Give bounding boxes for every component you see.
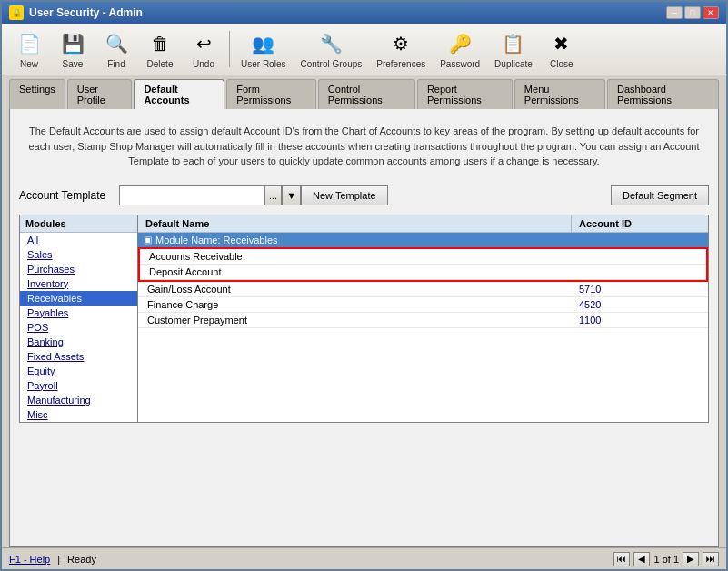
template-dropdown-button[interactable]: ▼ <box>282 185 301 205</box>
modules-header: Modules <box>20 215 137 233</box>
minimize-button[interactable]: ─ <box>666 6 683 19</box>
module-item-misc[interactable]: Misc <box>20 407 137 422</box>
account-name-finance: Finance Charge <box>138 297 572 312</box>
find-button[interactable]: 🔍 Find <box>96 27 136 71</box>
module-item-payroll[interactable]: Payroll <box>20 378 137 393</box>
preferences-icon: ⚙ <box>386 29 415 58</box>
module-item-equity[interactable]: Equity <box>20 364 137 378</box>
preferences-button[interactable]: ⚙ Preferences <box>371 27 431 71</box>
module-item-purchases[interactable]: Purchases <box>20 262 137 276</box>
user-roles-button[interactable]: 👥 User Roles <box>235 27 291 71</box>
tab-default-accounts[interactable]: Default Accounts <box>134 79 224 109</box>
delete-icon: 🗑 <box>145 29 175 58</box>
title-bar: 🔒 User Security - Admin ─ □ ✕ <box>2 2 726 24</box>
module-section-label: Module Name: Receivables <box>155 235 278 245</box>
close-icon: ✖ <box>547 29 576 58</box>
password-button[interactable]: 🔑 Password <box>434 27 485 71</box>
duplicate-label: Duplicate <box>494 59 533 69</box>
module-item-manufacturing[interactable]: Manufacturing <box>20 393 137 407</box>
toolbar: 📄 New 💾 Save 🔍 Find 🗑 Delete ↩ Undo 👥 Us… <box>2 24 726 75</box>
delete-button[interactable]: 🗑 Delete <box>140 27 180 71</box>
duplicate-icon: 📋 <box>499 29 528 58</box>
page-total: 1 <box>673 554 679 565</box>
two-panel-layout: Modules All Sales Purchases Inventory Re… <box>19 215 709 423</box>
tab-settings[interactable]: Settings <box>9 79 65 109</box>
modules-panel: Modules All Sales Purchases Inventory Re… <box>20 215 138 422</box>
account-name-receivable: Accounts Receivable <box>140 249 570 264</box>
account-row-deposit[interactable]: Deposit Account <box>140 265 706 280</box>
account-row-finance[interactable]: Finance Charge 4520 <box>138 297 708 313</box>
module-item-fixed-assets[interactable]: Fixed Assets <box>20 349 137 364</box>
module-item-inventory[interactable]: Inventory <box>20 276 137 291</box>
tab-control-permissions[interactable]: Control Permissions <box>318 79 415 109</box>
header-default-name: Default Name <box>138 215 572 232</box>
info-text: The Default Accounts are used to assign … <box>19 118 709 175</box>
account-name-deposit: Deposit Account <box>140 265 570 279</box>
tab-dashboard-permissions[interactable]: Dashboard Permissions <box>607 79 719 109</box>
save-label: Save <box>63 59 84 69</box>
module-item-sales[interactable]: Sales <box>20 247 137 262</box>
account-row-receivable[interactable]: Accounts Receivable <box>140 249 706 265</box>
nav-last-button[interactable]: ⏭ <box>703 552 719 566</box>
page-info: 1 of 1 <box>653 554 679 565</box>
default-segment-button[interactable]: Default Segment <box>611 185 709 205</box>
template-input[interactable] <box>119 185 264 205</box>
undo-button[interactable]: ↩ Undo <box>184 27 224 71</box>
save-icon: 💾 <box>58 29 87 58</box>
status-text: Ready <box>67 554 96 565</box>
status-separator: | <box>57 554 60 565</box>
undo-icon: ↩ <box>189 29 218 58</box>
control-groups-button[interactable]: 🔧 Control Groups <box>294 27 367 71</box>
window-close-button[interactable]: ✕ <box>703 6 719 19</box>
nav-next-button[interactable]: ▶ <box>683 552 699 566</box>
title-bar-left: 🔒 User Security - Admin <box>9 5 143 20</box>
accounts-header: Default Name Account ID <box>138 215 708 233</box>
nav-prev-button[interactable]: ◀ <box>633 552 650 566</box>
header-account-id: Account ID <box>572 215 708 232</box>
tab-content: The Default Accounts are used to assign … <box>9 109 719 547</box>
preferences-label: Preferences <box>376 59 425 69</box>
module-item-pos[interactable]: POS <box>20 320 137 335</box>
accounts-panel: Default Name Account ID ▣ Module Name: R… <box>138 215 708 422</box>
nav-first-button[interactable]: ⏮ <box>613 552 630 566</box>
account-id-finance: 4520 <box>572 297 708 312</box>
account-name-prepayment: Customer Prepayment <box>138 313 572 327</box>
new-button[interactable]: 📄 New <box>9 27 49 71</box>
status-bar: F1 - Help | Ready ⏮ ◀ 1 of 1 ▶ ⏭ <box>2 547 726 569</box>
template-controls: Account Template ... ▼ New Template Defa… <box>19 185 709 205</box>
account-id-gainloss: 5710 <box>572 282 708 296</box>
new-template-button[interactable]: New Template <box>301 185 388 205</box>
new-label: New <box>20 59 38 69</box>
find-icon: 🔍 <box>102 29 131 58</box>
template-label: Account Template <box>19 189 119 202</box>
find-label: Find <box>107 59 125 69</box>
tab-user-profile[interactable]: User Profile <box>67 79 133 109</box>
highlighted-rows-group: Accounts Receivable Deposit Account <box>138 247 708 282</box>
password-label: Password <box>440 59 480 69</box>
account-name-gainloss: Gain/Loss Account <box>138 282 572 296</box>
close-button[interactable]: ✖ Close <box>542 27 582 71</box>
collapse-icon[interactable]: ▣ <box>144 235 152 245</box>
save-button[interactable]: 💾 Save <box>53 27 93 71</box>
app-icon: 🔒 <box>9 5 24 20</box>
status-nav: ⏮ ◀ 1 of 1 ▶ ⏭ <box>613 552 719 566</box>
maximize-button[interactable]: □ <box>684 6 701 19</box>
tab-menu-permissions[interactable]: Menu Permissions <box>514 79 605 109</box>
help-link[interactable]: F1 - Help <box>9 554 50 565</box>
tab-report-permissions[interactable]: Report Permissions <box>417 79 513 109</box>
duplicate-button[interactable]: 📋 Duplicate <box>489 27 538 71</box>
template-browse-button[interactable]: ... <box>264 185 282 205</box>
tabs-container: Settings User Profile Default Accounts F… <box>2 75 726 109</box>
window-title: User Security - Admin <box>29 6 143 19</box>
toolbar-separator <box>229 31 230 67</box>
module-item-receivables[interactable]: Receivables <box>20 291 137 306</box>
tab-form-permissions[interactable]: Form Permissions <box>226 79 316 109</box>
page-of: of <box>663 554 673 565</box>
module-item-all[interactable]: All <box>20 233 137 247</box>
account-row-gainloss[interactable]: Gain/Loss Account 5710 <box>138 282 708 297</box>
account-row-prepayment[interactable]: Customer Prepayment 1100 <box>138 313 708 328</box>
module-item-payables[interactable]: Payables <box>20 306 137 320</box>
account-id-prepayment: 1100 <box>572 313 708 327</box>
module-item-banking[interactable]: Banking <box>20 335 137 349</box>
account-id-deposit <box>570 265 706 279</box>
